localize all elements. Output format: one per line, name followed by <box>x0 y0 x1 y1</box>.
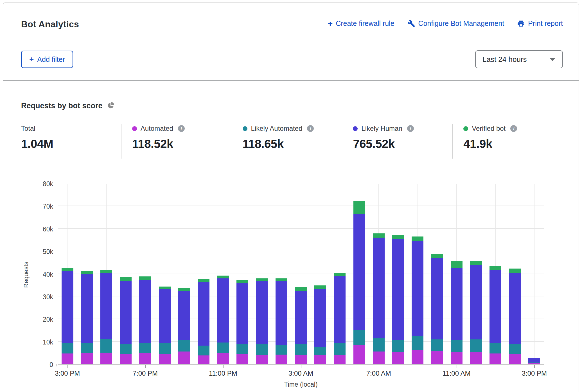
bar-segment-likely-automated <box>100 339 112 353</box>
bar-column[interactable] <box>116 184 136 364</box>
bar-column[interactable] <box>369 184 388 364</box>
bar-segment-automated <box>62 353 73 364</box>
bar-column[interactable] <box>525 184 544 364</box>
x-tick-label: 11:00 AM <box>431 370 482 377</box>
requests-by-bot-score-chart: Requests 010k20k30k40k50k60k70k80k3:00 P… <box>21 184 563 392</box>
section-title: Requests by bot score <box>21 102 103 110</box>
bar-segment-automated <box>451 352 463 364</box>
bar-column[interactable] <box>291 184 310 364</box>
plus-icon: + <box>328 20 333 27</box>
stat-total: Total 1.04M <box>21 124 121 159</box>
bar-segment-verified-bot <box>431 254 443 258</box>
bar-column[interactable] <box>96 184 116 364</box>
stacked-bar <box>509 269 521 364</box>
bar-segment-verified-bot <box>276 278 287 281</box>
chevron-down-icon <box>549 58 556 61</box>
y-tick-label: 10k <box>25 339 53 346</box>
bar-column[interactable] <box>155 184 174 364</box>
configure-bot-management-link[interactable]: Configure Bot Management <box>407 19 504 28</box>
bar-column[interactable] <box>466 184 486 364</box>
bar-column[interactable] <box>388 184 408 364</box>
bar-segment-automated <box>314 355 326 364</box>
bar-segment-likely-automated <box>353 330 365 345</box>
info-icon[interactable]: i <box>407 125 414 132</box>
bar-segment-verified-bot <box>295 287 307 291</box>
bar-column[interactable] <box>252 184 272 364</box>
info-icon[interactable]: i <box>510 125 517 132</box>
time-range-select[interactable]: Last 24 hours <box>475 50 563 68</box>
bar-segment-verified-bot <box>470 261 482 265</box>
print-report-link[interactable]: Print report <box>517 19 563 28</box>
y-tick-label: 40k <box>25 271 53 278</box>
bar-segment-automated <box>198 355 209 364</box>
bar-segment-automated <box>159 354 171 364</box>
info-icon[interactable]: i <box>307 125 314 132</box>
bar-segment-likely-automated <box>295 344 307 355</box>
bar-segment-likely-human <box>120 281 132 344</box>
info-icon[interactable]: i <box>178 125 185 132</box>
stacked-bar <box>62 268 73 364</box>
x-tick <box>379 365 379 368</box>
stacked-bar <box>431 254 443 364</box>
bar-column[interactable] <box>486 184 505 364</box>
bar-segment-likely-human <box>353 214 365 330</box>
bar-segment-verified-bot <box>256 278 268 281</box>
bar-segment-likely-human <box>528 358 540 362</box>
create-firewall-rule-link[interactable]: + Create firewall rule <box>328 19 394 28</box>
bar-column[interactable] <box>349 184 369 364</box>
bar-segment-automated <box>334 355 346 364</box>
bar-column[interactable] <box>58 184 77 364</box>
bar-segment-verified-bot <box>451 261 463 268</box>
x-tick <box>301 365 301 368</box>
bar-segment-verified-bot <box>489 266 501 270</box>
printer-icon <box>517 20 525 28</box>
bar-column[interactable] <box>505 184 525 364</box>
bar-segment-likely-automated <box>314 347 326 355</box>
bar-segment-automated <box>217 353 229 364</box>
bar-column[interactable] <box>213 184 233 364</box>
stacked-bar <box>256 278 268 364</box>
bar-column[interactable] <box>272 184 291 364</box>
bar-segment-verified-bot <box>314 285 326 289</box>
bar-segment-likely-automated <box>120 344 132 354</box>
bar-segment-likely-human <box>334 276 346 343</box>
bar-column[interactable] <box>330 184 349 364</box>
bar-column[interactable] <box>174 184 194 364</box>
bar-column[interactable] <box>233 184 252 364</box>
bar-segment-likely-human <box>489 270 501 343</box>
bar-segment-automated <box>178 352 190 364</box>
header-actions: + Create firewall rule Configure Bot Man… <box>328 19 563 28</box>
bar-column[interactable] <box>447 184 466 364</box>
x-tick <box>223 365 224 368</box>
bar-segment-likely-human <box>217 278 229 343</box>
bar-column[interactable] <box>194 184 213 364</box>
add-filter-button[interactable]: + Add filter <box>21 51 73 68</box>
bar-segment-likely-human <box>178 291 190 340</box>
bar-column[interactable] <box>408 184 427 364</box>
bar-segment-likely-human <box>276 281 287 344</box>
bar-segment-likely-human <box>373 238 385 338</box>
bar-column[interactable] <box>427 184 447 364</box>
stat-verified-bot-value: 41.9k <box>463 137 563 151</box>
bar-segment-likely-automated <box>334 343 346 355</box>
bar-segment-verified-bot <box>139 276 151 280</box>
legend-dot-likely-automated <box>243 126 247 131</box>
bar-segment-likely-human <box>509 273 521 344</box>
stat-likely-automated: Likely Automated i 118.65k <box>232 124 342 159</box>
stat-automated-value: 118.52k <box>132 137 232 151</box>
legend-dot-automated <box>132 126 137 131</box>
x-tick <box>145 365 146 368</box>
bar-column[interactable] <box>77 184 96 364</box>
y-zero-tick <box>57 364 57 366</box>
bar-segment-verified-bot <box>412 236 423 241</box>
stacked-bar <box>120 277 132 364</box>
stacked-bar <box>392 235 404 364</box>
bars-container <box>58 184 544 364</box>
bar-segment-likely-automated <box>236 344 248 354</box>
bar-column[interactable] <box>311 184 330 364</box>
bar-segment-likely-human <box>256 281 268 344</box>
bar-segment-likely-human <box>159 289 171 343</box>
bar-segment-verified-bot <box>353 201 365 214</box>
bar-column[interactable] <box>136 184 155 364</box>
bar-segment-automated <box>139 353 151 364</box>
